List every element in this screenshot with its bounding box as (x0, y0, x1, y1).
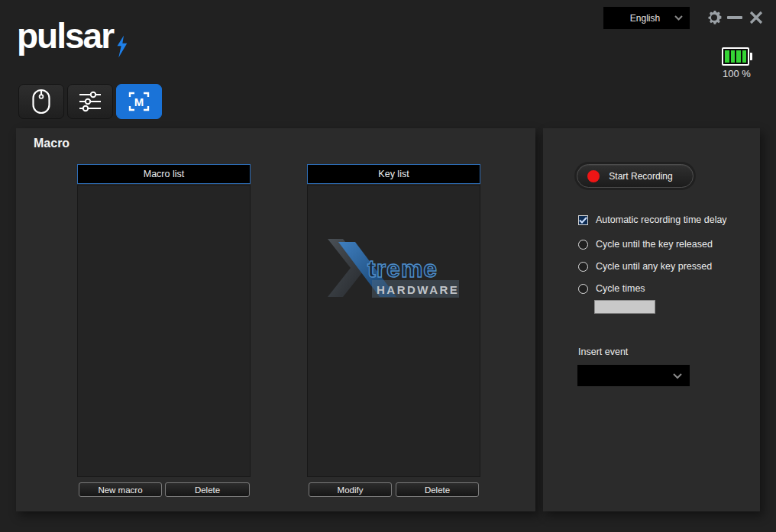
key-list[interactable]: treme HARDWARE (307, 185, 480, 477)
cycle-times-radio[interactable] (578, 284, 588, 294)
chevron-down-icon (674, 15, 683, 21)
start-recording-button[interactable]: Start Recording (577, 164, 694, 188)
macro-panel: Macro Macro list Key list treme HARDWARE… (16, 128, 535, 511)
modify-key-button[interactable]: Modify (309, 482, 392, 497)
close-icon[interactable] (749, 10, 764, 25)
xtreme-hardware-watermark: treme HARDWARE (328, 236, 459, 301)
start-recording-label: Start Recording (600, 171, 682, 182)
insert-event-label: Insert event (578, 347, 628, 357)
cycle-until-pressed-label: Cycle until any key pressed (596, 261, 712, 272)
settings-gear-icon[interactable] (705, 8, 723, 27)
delete-key-button[interactable]: Delete (396, 482, 479, 497)
auto-delay-label: Automatic recording time delay (596, 214, 727, 225)
cycle-times-option[interactable]: Cycle times (578, 283, 645, 294)
macro-list-header: Macro list (77, 164, 251, 184)
tab-macro[interactable]: M (116, 84, 162, 119)
cycle-until-pressed-radio[interactable] (578, 262, 588, 272)
cycle-until-pressed-option[interactable]: Cycle until any key pressed (578, 261, 712, 272)
battery-body (722, 47, 749, 66)
recording-panel: Start Recording Automatic recording time… (543, 128, 760, 511)
macro-panel-title: Macro (34, 137, 70, 150)
mouse-icon (30, 88, 53, 115)
new-macro-button[interactable]: New macro (79, 482, 162, 497)
pulsar-logo-text: pulsar (17, 18, 113, 53)
key-list-header: Key list (307, 164, 480, 184)
insert-event-dropdown[interactable] (577, 365, 690, 386)
cycle-until-released-option[interactable]: Cycle until the key released (578, 239, 713, 250)
chevron-down-icon (673, 373, 682, 379)
main-tabs: M (18, 84, 162, 119)
tab-mouse[interactable] (18, 84, 64, 119)
delete-macro-button[interactable]: Delete (165, 482, 250, 497)
auto-delay-option[interactable]: Automatic recording time delay (578, 214, 727, 225)
pulsar-logo: pulsar (17, 18, 128, 53)
tab-settings[interactable] (67, 84, 113, 119)
svg-text:M: M (134, 95, 144, 108)
language-selector-value: English (630, 13, 660, 24)
battery-icon (722, 47, 752, 66)
record-dot-icon (587, 170, 600, 182)
logo-bolt-icon (115, 35, 128, 58)
macro-m-icon: M (127, 89, 151, 114)
cycle-times-label: Cycle times (596, 283, 645, 294)
cycle-times-input[interactable] (594, 300, 655, 314)
pulsar-app-window: { "titlebar": { "language": "English", "… (0, 0, 776, 532)
macro-list[interactable] (77, 185, 251, 477)
sliders-icon (78, 90, 102, 113)
cycle-until-released-label: Cycle until the key released (596, 239, 713, 250)
cycle-until-released-radio[interactable] (578, 240, 588, 250)
auto-delay-checkbox[interactable] (578, 215, 588, 225)
svg-text:treme: treme (367, 255, 438, 282)
svg-text:HARDWARE: HARDWARE (377, 283, 459, 296)
battery-percent-label: 100 % (723, 68, 751, 79)
checkmark-icon (579, 217, 587, 224)
language-selector[interactable]: English (603, 7, 690, 29)
minimize-icon[interactable] (727, 16, 742, 19)
